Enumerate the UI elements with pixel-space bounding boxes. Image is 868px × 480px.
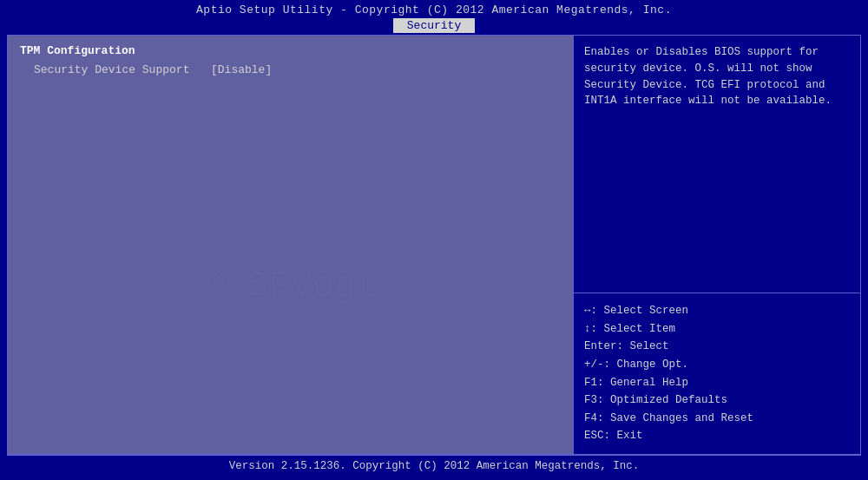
menu-item-value: [Disable] <box>211 63 272 76</box>
key-help-f3: F3: Optimized Defaults <box>584 391 850 410</box>
key-help-f1: F1: General Help <box>584 374 850 392</box>
key-help-f4: F4: Save Changes and Reset <box>584 410 850 428</box>
tab-bar: Security <box>0 18 868 33</box>
bottom-footer: Version 2.15.1236. Copyright (C) 2012 Am… <box>7 455 861 477</box>
left-panel: TPM Configuration Security Device Suppor… <box>8 36 574 454</box>
tab-security[interactable]: Security <box>393 18 475 33</box>
key-help-esc: ESC: Exit <box>584 427 850 445</box>
right-key-help-area: ↔: Select Screen ↕: Select Item Enter: S… <box>574 293 860 454</box>
key-help-enter: Enter: Select <box>584 338 850 356</box>
bios-container: Aptio Setup Utility - Copyright (C) 2012… <box>0 0 868 480</box>
help-text: Enables or Disables BIOS support for sec… <box>584 44 850 109</box>
menu-item-security-device[interactable]: Security Device Support [Disable] <box>20 62 561 77</box>
menu-item-label: Security Device Support <box>20 63 211 76</box>
key-help-select-screen: ↔: Select Screen <box>584 302 850 320</box>
key-help-change-opt: +/-: Change Opt. <box>584 356 850 374</box>
main-content: TPM Configuration Security Device Suppor… <box>7 35 861 455</box>
key-help-select-item: ↕: Select Item <box>584 320 850 339</box>
footer-text: Version 2.15.1236. Copyright (C) 2012 Am… <box>7 460 861 472</box>
right-panel: Enables or Disables BIOS support for sec… <box>574 36 860 454</box>
header-title: Aptio Setup Utility - Copyright (C) 2012… <box>0 3 868 16</box>
section-title: TPM Configuration <box>20 44 561 57</box>
right-help-text-area: Enables or Disables BIOS support for sec… <box>574 36 860 293</box>
top-header: Aptio Setup Utility - Copyright (C) 2012… <box>0 0 868 35</box>
watermark: © SFVogt <box>203 266 378 307</box>
